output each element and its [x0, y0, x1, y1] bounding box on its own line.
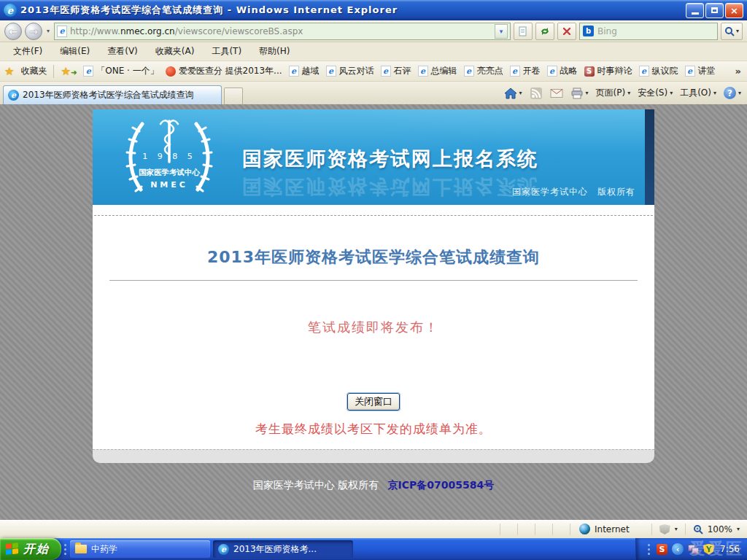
tray-clock[interactable]: 7:56 [720, 544, 740, 554]
add-favorite-icon[interactable]: ★➜ [61, 65, 77, 78]
print-button[interactable]: ▾ [570, 88, 589, 99]
system-title-reflection: 国家医师资格考试网上报名系统 [242, 174, 538, 200]
protected-mode-control[interactable]: ▾ [651, 524, 685, 536]
chevron-down-icon: ▾ [713, 90, 716, 96]
search-placeholder[interactable]: Bing [597, 26, 714, 36]
favorites-star-icon[interactable]: ★ [4, 65, 14, 78]
status-message-area [0, 521, 500, 538]
minimize-button[interactable] [686, 3, 704, 18]
ie-page-icon: e [510, 66, 520, 77]
stop-button[interactable] [557, 23, 576, 40]
refresh-button[interactable] [535, 23, 554, 40]
taskbar-task[interactable]: 中药学 [70, 540, 210, 558]
chevron-down-icon[interactable]: ▾ [737, 526, 740, 532]
favorite-link[interactable]: S时事辩论 [584, 65, 632, 77]
status-cell [552, 524, 570, 536]
ie-page-icon: e [464, 66, 474, 77]
zoom-icon [693, 524, 703, 534]
menu-help[interactable]: 帮助(H) [252, 43, 297, 60]
more-favorites-chevron-icon[interactable]: » [734, 66, 743, 77]
help-button[interactable]: ?▾ [724, 87, 741, 99]
favorite-link[interactable]: e讲堂 [685, 65, 716, 77]
sogou-tray-icon[interactable]: S [657, 544, 667, 555]
printer-icon [570, 88, 584, 99]
chevron-down-icon[interactable]: ▾ [586, 90, 589, 96]
mail-button[interactable] [550, 88, 563, 99]
chevron-down-icon: ▾ [738, 90, 741, 96]
favorite-link[interactable]: e「ONE · 一个」 [83, 65, 158, 77]
bing-icon: b [583, 26, 594, 36]
status-cell [535, 524, 552, 536]
new-tab-button[interactable] [224, 88, 243, 104]
favorite-link[interactable]: e亮亮点 [464, 65, 503, 77]
favorite-link[interactable]: e总编辑 [418, 65, 457, 77]
start-button[interactable]: 开始 [0, 538, 61, 560]
spiral-badge-icon: S [584, 66, 595, 77]
search-box[interactable]: b Bing [579, 23, 718, 40]
stop-icon [562, 27, 571, 36]
tray-separator [645, 538, 652, 560]
favorite-link[interactable]: 爱爱医查分 提供2013年... [166, 65, 282, 77]
network-tray-icon[interactable] [688, 545, 699, 554]
page-card: 1 9 8 5 国家医学考试中心 NMEC 国家医师资格考试网上报名系统 国家医… [93, 109, 654, 463]
forward-button[interactable]: → [25, 23, 42, 40]
address-bar[interactable]: e http://www.nmec.org.cn/viewscore/views… [54, 23, 511, 40]
ie-page-icon: e [639, 66, 649, 77]
favorite-link[interactable]: e开卷 [510, 65, 541, 77]
search-dropdown-icon[interactable]: ▾ [736, 28, 739, 34]
page-menu-button[interactable]: 页面(P)▾ [596, 87, 631, 99]
site-banner: 1 9 8 5 国家医学考试中心 NMEC 国家医师资格考试网上报名系统 国家医… [93, 109, 654, 205]
start-label: 开始 [23, 542, 50, 557]
folder-icon [75, 545, 87, 553]
tools-menu-button[interactable]: 工具(O)▾ [680, 87, 716, 99]
search-button[interactable]: ▾ [721, 23, 743, 40]
chevron-down-icon: ▾ [670, 90, 673, 96]
menu-bar: 文件(F) 编辑(E) 查看(V) 收藏夹(A) 工具(T) 帮助(H) [0, 42, 747, 61]
antivirus-shield-icon[interactable]: Y [703, 544, 714, 555]
icp-link[interactable]: 京ICP备07005584号 [388, 479, 495, 491]
menu-edit[interactable]: 编辑(E) [53, 43, 97, 60]
favorite-link[interactable]: e纵议院 [639, 65, 678, 77]
window-title: 2013年医师资格考试医学综合笔试成绩查询 - Windows Internet… [20, 4, 682, 17]
menu-favorites[interactable]: 收藏夹(A) [148, 43, 202, 60]
url-text[interactable]: http://www.nmec.org.cn/viewscore/viewsco… [70, 26, 492, 36]
security-menu-button[interactable]: 安全(S)▾ [638, 87, 673, 99]
protected-mode-icon [659, 524, 670, 534]
close-button[interactable]: × [725, 3, 743, 18]
ie-logo-icon: e [4, 4, 17, 17]
home-button[interactable]: ▾ [504, 88, 522, 99]
feeds-button[interactable] [530, 88, 543, 99]
back-button[interactable]: ← [4, 23, 22, 40]
taskbar-separator [61, 538, 69, 560]
menu-file[interactable]: 文件(F) [6, 43, 50, 60]
compatibility-icon [518, 26, 528, 36]
feeds-icon [530, 88, 543, 99]
zoom-control[interactable]: 100% ▾ [685, 524, 747, 536]
address-dropdown-button[interactable]: ▾ [495, 24, 508, 39]
favorites-label[interactable]: 收藏夹 [20, 65, 47, 77]
ie-page-icon: e [685, 66, 695, 77]
favorite-link[interactable]: e越域 [289, 65, 320, 77]
system-title: 国家医师资格考试网上报名系统 [242, 146, 538, 172]
restore-button[interactable] [705, 3, 724, 18]
chevron-down-icon[interactable]: ▾ [675, 526, 678, 532]
menu-tools[interactable]: 工具(T) [204, 43, 249, 60]
refresh-icon [540, 26, 550, 36]
taskbar: 开始 中药学 e 2013年医师资格考... S ‹ Y 7:56 [0, 538, 747, 560]
chevron-down-icon[interactable]: ▾ [519, 90, 522, 96]
security-zone: Internet [570, 524, 651, 536]
ie-page-icon: e [381, 66, 391, 77]
favorite-link[interactable]: e石评 [381, 65, 411, 77]
favorite-link[interactable]: e战略 [547, 65, 578, 77]
compatibility-view-button[interactable] [514, 23, 533, 40]
taskbar-task-active[interactable]: e 2013年医师资格考... [213, 540, 353, 558]
card-footer-strip [93, 449, 654, 463]
menu-view[interactable]: 查看(V) [100, 43, 145, 60]
close-window-button[interactable]: 关闭窗口 [347, 393, 400, 411]
favorite-link[interactable]: e风云对话 [326, 65, 374, 77]
ie-page-icon: e [418, 66, 428, 77]
tab-active[interactable]: e 2013年医师资格考试医学综合笔试成绩查询 [3, 85, 222, 104]
blue-circle-tray-icon[interactable]: ‹ [672, 543, 684, 555]
task-label: 2013年医师资格考... [233, 543, 317, 556]
history-dropdown-icon[interactable]: ▾ [45, 28, 51, 34]
